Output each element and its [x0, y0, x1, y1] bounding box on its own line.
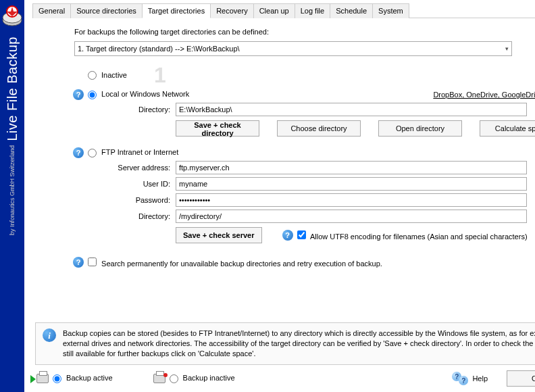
- link-cloud-providers[interactable]: DropBox, OneDrive, GoogleDrive: [433, 91, 535, 99]
- checkbox-search-permanently[interactable]: Search permanently for unavailable backu…: [88, 258, 382, 268]
- ok-button[interactable]: OK: [507, 370, 535, 387]
- chevron-down-icon: ▾: [505, 45, 509, 52]
- tab-general[interactable]: General: [32, 3, 71, 18]
- btn-save-check-directory[interactable]: Save + check directory: [176, 120, 259, 137]
- tab-system[interactable]: System: [372, 3, 409, 18]
- ftp-password-input[interactable]: [176, 193, 527, 207]
- radio-ftp[interactable]: FTP Intranet or Internet: [88, 148, 178, 157]
- tab-log-file[interactable]: Log file: [295, 3, 330, 18]
- help-icon[interactable]: ?: [73, 257, 84, 268]
- info-text: Backup copies can be stored (besides to …: [63, 328, 535, 359]
- sidebar: Live File Backup by Infonautics GmbH Swi…: [0, 0, 24, 392]
- btn-calculate-space[interactable]: Calculate space: [480, 120, 535, 137]
- app-title: Live File Backup: [5, 36, 20, 141]
- ftp-server-label: Server address:: [108, 164, 176, 172]
- tab-clean-up[interactable]: Clean up: [253, 3, 295, 18]
- info-box: i Backup copies can be stored (besides t…: [35, 322, 535, 365]
- checkbox-utf8[interactable]: Allow UTF8 encoding for filenames (Asian…: [297, 230, 528, 241]
- vendor-label: by Infonautics GmbH Switzerland: [9, 145, 16, 235]
- ftp-password-label: Password:: [108, 196, 176, 204]
- btn-choose-directory[interactable]: Choose directory: [277, 120, 361, 137]
- help-icon[interactable]: ?: [73, 89, 84, 100]
- tab-source-directories[interactable]: Source directories: [70, 3, 143, 18]
- info-icon: i: [43, 328, 56, 342]
- btn-save-check-server[interactable]: Save + check server: [176, 227, 262, 243]
- radio-backup-inactive[interactable]: Backup inactive: [170, 374, 235, 383]
- tab-target-directories[interactable]: Target directories: [142, 3, 211, 18]
- target-directory-select[interactable]: 1. Target directory (standard) --> E:\Wo…: [74, 41, 512, 56]
- app-logo-icon: [0, 5, 24, 30]
- tab-recovery[interactable]: Recovery: [210, 3, 253, 18]
- radio-backup-active[interactable]: Backup active: [53, 374, 113, 383]
- btn-open-directory[interactable]: Open directory: [378, 120, 462, 137]
- ftp-server-input[interactable]: [176, 161, 527, 174]
- target-select-value: 1. Target directory (standard) --> E:\Wo…: [78, 45, 240, 53]
- target-number: 1: [154, 63, 166, 88]
- tab-bar: General Source directories Target direct…: [32, 3, 535, 18]
- radio-local-network[interactable]: Local or Windows Network: [88, 90, 189, 99]
- printer-active-icon: [36, 374, 49, 383]
- printer-inactive-icon: [153, 374, 165, 383]
- help-icon[interactable]: ?: [282, 230, 293, 241]
- help-bubbles-icon[interactable]: ??: [452, 372, 468, 385]
- local-directory-input[interactable]: [176, 103, 527, 116]
- ftp-directory-label: Directory:: [108, 212, 176, 220]
- local-directory-label: Directory:: [108, 105, 176, 114]
- ftp-directory-input[interactable]: [176, 210, 527, 223]
- help-icon[interactable]: ?: [73, 147, 84, 158]
- radio-inactive[interactable]: Inactive: [88, 71, 127, 80]
- intro-text: For backups the following target directo…: [74, 28, 535, 36]
- help-label[interactable]: Help: [472, 374, 488, 383]
- tab-schedule[interactable]: Schedule: [330, 3, 373, 18]
- ftp-user-input[interactable]: [176, 177, 527, 191]
- ftp-user-label: User ID:: [108, 180, 176, 188]
